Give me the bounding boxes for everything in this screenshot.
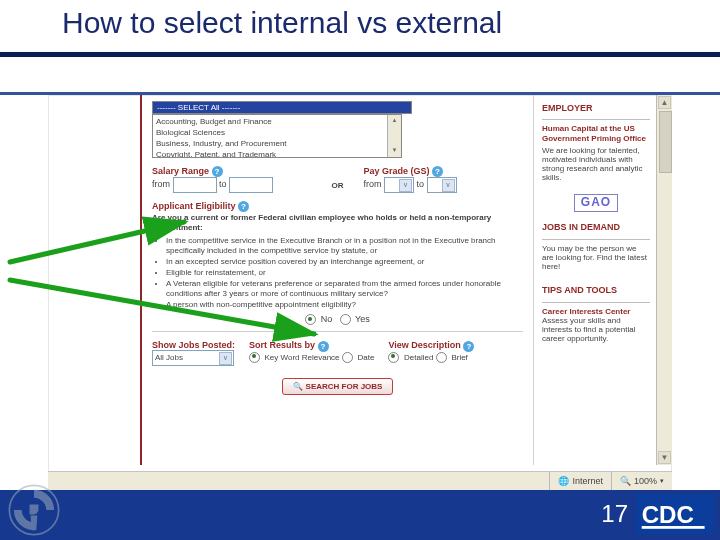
divider-dark <box>0 52 720 57</box>
view-opt2-label: Brief <box>451 353 467 362</box>
listbox-option[interactable]: Biological Sciences <box>156 127 398 138</box>
view-detailed-radio[interactable] <box>388 352 399 363</box>
view-brief-radio[interactable] <box>436 352 447 363</box>
page-scrollbar[interactable] <box>656 95 672 465</box>
magnifier-icon: 🔍 <box>293 382 303 391</box>
sort-relevance-radio[interactable] <box>249 352 260 363</box>
show-jobs-select[interactable]: All Jobs <box>152 350 234 366</box>
salary-from-input[interactable] <box>173 177 217 193</box>
gao-logo: GAO <box>574 194 618 212</box>
help-icon[interactable]: ? <box>212 166 223 177</box>
sort-opt2-label: Date <box>358 353 375 362</box>
view-desc-label: View Description <box>388 340 460 350</box>
page-title: How to select internal vs external <box>0 6 720 40</box>
scrollbar-thumb[interactable] <box>659 111 672 173</box>
sidebar-tips-head: TIPS AND TOOLS <box>542 285 650 295</box>
svg-line-0 <box>10 222 184 262</box>
search-for-jobs-button[interactable]: 🔍SEARCH FOR JOBS <box>282 378 394 395</box>
hhs-logo <box>6 482 62 538</box>
help-icon[interactable]: ? <box>463 341 474 352</box>
svg-line-1 <box>10 280 314 334</box>
annotation-arrow <box>6 272 326 342</box>
globe-icon: 🌐 <box>558 476 569 486</box>
salary-to-input[interactable] <box>229 177 273 193</box>
sidebar-tips-sub: Career Interests Center <box>542 307 650 316</box>
help-icon[interactable]: ? <box>238 201 249 212</box>
sort-opt1-label: Key Word Relevance <box>265 353 340 362</box>
sidebar-employer-sub: Human Capital at the US Government Primi… <box>542 124 650 142</box>
page-number: 17 <box>601 500 628 528</box>
from-label: from <box>364 180 382 190</box>
eligibility-yes-radio[interactable] <box>340 314 351 325</box>
sidebar-employer-body: We are looking for talented, motivated i… <box>542 146 650 183</box>
occupation-select-highlight[interactable]: ------- SELECT All ------- <box>152 101 412 114</box>
eligibility-question: Are you a current or former Federal civi… <box>152 213 491 232</box>
eligibility-bullet: In an excepted service position covered … <box>166 257 523 267</box>
sort-date-radio[interactable] <box>342 352 353 363</box>
help-icon[interactable]: ? <box>432 166 443 177</box>
sidebar-employer-head: EMPLOYER <box>542 103 650 113</box>
to-label: to <box>417 180 425 190</box>
listbox-scrollbar[interactable] <box>387 115 401 157</box>
annotation-arrow <box>6 216 196 266</box>
sidebar-tips-body: Assess your skills and interests to find… <box>542 316 650 344</box>
status-zoom[interactable]: 🔍 100% ▾ <box>611 472 672 490</box>
from-label: from <box>152 180 170 190</box>
cdc-logo: CDC <box>636 494 714 534</box>
help-icon[interactable]: ? <box>318 341 329 352</box>
pay-grade-label: Pay Grade (GS) <box>364 166 430 176</box>
paygrade-from-select[interactable] <box>384 177 414 193</box>
to-label: to <box>219 180 227 190</box>
yes-label: Yes <box>355 314 370 324</box>
zoom-icon: 🔍 <box>620 476 631 486</box>
listbox-option[interactable]: Business, Industry, and Procurement <box>156 138 398 149</box>
listbox-option[interactable]: Copyright, Patent, and Trademark <box>156 149 398 158</box>
browser-statusbar: 🌐 Internet 🔍 100% ▾ <box>48 471 672 490</box>
svg-text:CDC: CDC <box>642 501 694 528</box>
salary-range-label: Salary Range <box>152 166 209 176</box>
occupation-listbox[interactable]: Accounting, Budget and Finance Biologica… <box>152 114 402 158</box>
status-internet: 🌐 Internet <box>549 472 611 490</box>
eligibility-label: Applicant Eligibility <box>152 201 236 211</box>
paygrade-to-select[interactable] <box>427 177 457 193</box>
sidebar-jobs-head: JOBS IN DEMAND <box>542 222 650 232</box>
or-text: OR <box>332 181 344 190</box>
svg-rect-4 <box>642 526 705 529</box>
sidebar-jobs-body: You may be the person we are looking for… <box>542 244 650 272</box>
listbox-option[interactable]: Accounting, Budget and Finance <box>156 116 398 127</box>
view-opt1-label: Detailed <box>404 353 433 362</box>
eligibility-bullet: In the competitive service in the Execut… <box>166 236 523 256</box>
